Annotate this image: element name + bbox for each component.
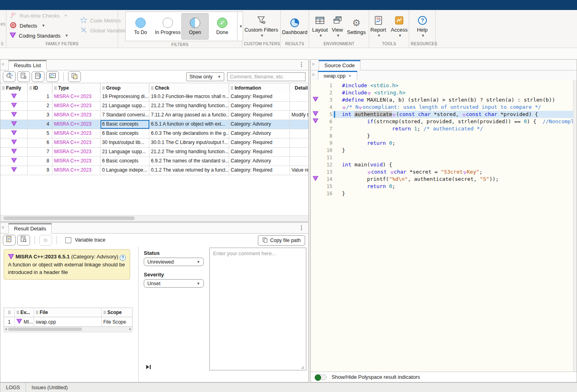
code-line[interactable]: 7 return 1; /* authenticated */ bbox=[311, 125, 577, 132]
cell-type[interactable]: MISRA C++:2023 bbox=[52, 148, 101, 156]
run-analysis-button[interactable] bbox=[17, 71, 30, 82]
cell-group[interactable]: 6 Basic concepts bbox=[101, 157, 149, 166]
cell-id[interactable]: 4 bbox=[28, 120, 52, 129]
code-line[interactable]: 4/* Noncompliant: uses length of untrust… bbox=[311, 104, 577, 111]
table-row[interactable]: 5MISRA C++:20236 Basic concepts6.0.3 The… bbox=[0, 129, 308, 138]
tab-result-details[interactable]: Result Details bbox=[8, 223, 52, 234]
result-indicators-toggle[interactable] bbox=[315, 374, 327, 380]
cell-id[interactable]: 7 bbox=[28, 148, 52, 156]
coding-standards-filter[interactable]: Coding Standards ▼ bbox=[10, 31, 73, 40]
cell-detail[interactable] bbox=[290, 148, 308, 156]
cell-family[interactable] bbox=[0, 129, 28, 138]
panel-menu-icon[interactable]: ⋮ bbox=[299, 224, 304, 231]
cell-group[interactable]: 30 Input/output lib... bbox=[101, 138, 149, 147]
copy-results-button[interactable] bbox=[68, 71, 81, 82]
rule-help-icon[interactable]: ? bbox=[120, 255, 126, 261]
table-row[interactable]: 4MISRA C++:20236 Basic concepts6.5.1 A f… bbox=[0, 120, 308, 129]
skip-to-end-icon[interactable] bbox=[145, 364, 151, 372]
cell-detail[interactable] bbox=[290, 102, 308, 110]
panel-grip-icon[interactable]: ≡ bbox=[2, 62, 4, 66]
tab-swap-cpp[interactable]: swap.cpp × bbox=[318, 71, 357, 80]
variable-trace-checkbox[interactable] bbox=[65, 237, 71, 243]
cell-group[interactable]: 21 Language supp... bbox=[101, 102, 149, 110]
cell-id[interactable]: 6 bbox=[28, 138, 52, 147]
cell-information[interactable]: Category: Advisory bbox=[229, 129, 290, 138]
code-line[interactable]: 5int authenticate(const char *stored, co… bbox=[311, 111, 577, 118]
cell-information[interactable]: Category: Advisory bbox=[229, 120, 290, 129]
cell-detail[interactable] bbox=[290, 138, 308, 147]
table-row[interactable]: 6MISRA C++:202330 Input/output lib...30.… bbox=[0, 138, 308, 148]
panel-grip-icon[interactable]: ≡ bbox=[312, 62, 314, 66]
code-line[interactable]: 13 const char *secret = "S3cretKey"; bbox=[311, 168, 577, 176]
cell-type[interactable]: MISRA C++:2023 bbox=[52, 92, 101, 101]
cell-detail[interactable]: Modify t bbox=[290, 111, 308, 120]
code-line[interactable]: 16} bbox=[311, 190, 577, 197]
show-details-button[interactable] bbox=[3, 235, 16, 246]
event-row[interactable]: 1MI...swap.cppFile Scope bbox=[4, 317, 133, 327]
cell-detail[interactable] bbox=[290, 157, 308, 166]
cell-check[interactable]: 21.2.2 The string handling function... bbox=[149, 148, 229, 156]
scrollbar-thumb[interactable] bbox=[4, 216, 135, 220]
column-header-check[interactable]: Check bbox=[149, 83, 229, 93]
cell-information[interactable]: Category: Required bbox=[229, 102, 290, 110]
cell-family[interactable] bbox=[0, 120, 28, 129]
panel-grip-icon[interactable]: ≡ bbox=[2, 225, 4, 230]
chart-view-button[interactable] bbox=[46, 71, 59, 82]
table-row[interactable]: 7MISRA C++:202321 Language supp...21.2.2… bbox=[0, 148, 308, 157]
table-row[interactable]: 8MISRA C++:20236 Basic concepts6.9.2 The… bbox=[0, 157, 308, 166]
event-column-scope[interactable]: Scope bbox=[102, 308, 132, 317]
panel-grip-icon[interactable]: ≡ bbox=[312, 72, 314, 77]
access-button[interactable]: Access ▼ bbox=[389, 14, 409, 38]
column-header-group[interactable]: Group bbox=[101, 83, 149, 93]
cell-id[interactable]: 8 bbox=[28, 157, 52, 166]
cell-check[interactable]: 6.0.3 The only declarations in the g... bbox=[149, 129, 229, 138]
results-search-input[interactable] bbox=[227, 72, 306, 81]
cell-family[interactable] bbox=[0, 157, 28, 166]
event-column-blank[interactable] bbox=[4, 308, 15, 317]
table-row[interactable]: 2MISRA C++:202321 Language supp...21.2.2… bbox=[0, 102, 308, 111]
cell-detail[interactable] bbox=[290, 120, 308, 129]
code-line[interactable]: 11 bbox=[311, 154, 577, 161]
cell-id[interactable]: 1 bbox=[28, 92, 52, 101]
cell-group[interactable]: 21 Language supp... bbox=[101, 148, 149, 156]
todo-filter-button[interactable]: To Do bbox=[127, 13, 154, 40]
view-button[interactable]: View ▼ bbox=[330, 14, 345, 38]
cell-id[interactable]: 2 bbox=[28, 102, 52, 110]
event-table-scrollbar[interactable] bbox=[4, 327, 133, 332]
cell-family[interactable] bbox=[0, 148, 28, 156]
cell-check[interactable]: 6.5.1 A function or object with ext... bbox=[149, 120, 229, 129]
settings-button[interactable]: ⚙ Settings bbox=[346, 16, 368, 35]
code-line[interactable]: 6 if(strncmp(stored, provided, strlen(pr… bbox=[311, 118, 577, 125]
code-vertical-scrollbar[interactable] bbox=[573, 80, 577, 372]
in-progress-filter-button[interactable]: In Progress bbox=[154, 13, 181, 40]
code-line[interactable]: 3#define MAXLEN(a, b) (strlen(a) > strle… bbox=[311, 96, 577, 104]
tab-source-code[interactable]: Source Code bbox=[319, 60, 360, 70]
cell-information[interactable]: Category: Required bbox=[229, 166, 290, 175]
cell-information[interactable]: Category: Required bbox=[229, 138, 290, 147]
cell-family[interactable] bbox=[0, 102, 28, 110]
code-line[interactable]: 8 } bbox=[311, 132, 577, 140]
event-column-event[interactable]: Ev... bbox=[15, 308, 34, 317]
close-icon[interactable]: × bbox=[348, 73, 352, 79]
cell-information[interactable]: Category: Required bbox=[229, 92, 290, 101]
scrollbar-thumb[interactable] bbox=[8, 328, 82, 331]
cell-type[interactable]: MISRA C++:2023 bbox=[52, 111, 101, 120]
cell-check[interactable]: 6.9.2 The names of the standard si... bbox=[149, 157, 229, 166]
result-indicator-icon[interactable] bbox=[313, 118, 318, 125]
cell-type[interactable]: MISRA C++:2023 bbox=[52, 102, 101, 110]
table-row[interactable]: 9MISRA C++:20230 Language indepe...0.1.2… bbox=[0, 166, 308, 175]
cell-id[interactable]: 5 bbox=[28, 129, 52, 138]
code-line[interactable]: 12int main(void) { bbox=[311, 161, 577, 168]
result-indicator-icon[interactable] bbox=[313, 111, 318, 118]
cell-type[interactable]: MISRA C++:2023 bbox=[52, 138, 101, 147]
column-header-information[interactable]: Information bbox=[229, 83, 290, 93]
open-review-button[interactable] bbox=[17, 235, 30, 246]
cell-check[interactable]: 0.1.2 The value returned by a funct... bbox=[149, 166, 229, 175]
cell-check[interactable]: 7.11.2 An array passed as a functio... bbox=[149, 111, 229, 120]
code-line[interactable]: 9 return 0; bbox=[311, 140, 577, 147]
custom-filters-button[interactable]: Custom Filters ▼ bbox=[241, 14, 281, 38]
result-indicator-icon[interactable] bbox=[313, 176, 318, 183]
cell-type[interactable]: MISRA C++:2023 bbox=[52, 129, 101, 138]
cell-information[interactable]: Category: Required bbox=[229, 148, 290, 156]
column-header-detail[interactable]: Detail bbox=[290, 83, 308, 93]
